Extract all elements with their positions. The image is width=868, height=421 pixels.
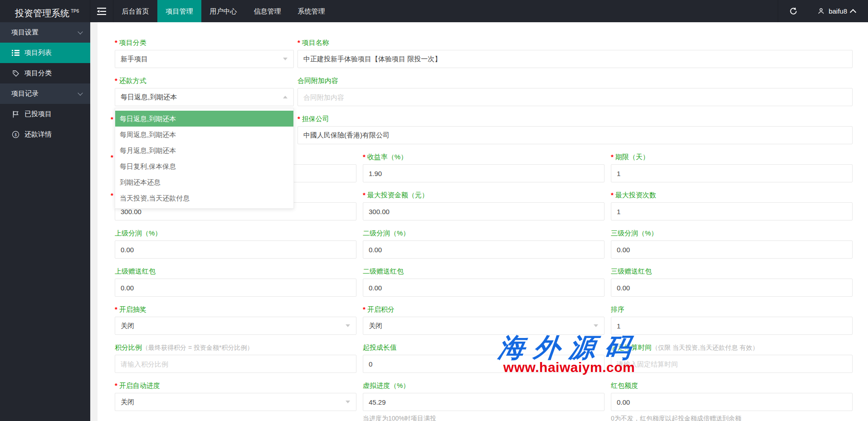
chevron-down-icon [78,29,83,34]
contract-extra-input[interactable] [297,88,853,106]
guarantee-company-input[interactable] [297,126,853,144]
field-label: 上级赠送红包 [115,267,356,276]
redpacket-level1-input[interactable] [115,279,356,297]
lottery-select[interactable]: 关闭 [115,317,356,335]
required-star [297,39,302,46]
sidebar-item-repayment-details[interactable]: $ 还款详情 [0,124,90,145]
field-max-times: 最大投资次数 [611,191,853,220]
svg-text:$: $ [15,132,17,137]
sidebar-item-project-category[interactable]: 项目分类 [0,63,90,83]
dropdown-option[interactable]: 当天投资,当天还款付息 [115,190,293,206]
max-amount-input[interactable] [363,202,605,220]
sidebar-item-label: 还款详情 [24,130,52,139]
field-label: 起投成长值 [363,343,605,352]
field-rate: 收益率（%） [363,152,605,182]
field-sort: 排序 [611,305,853,335]
profit-level1-input[interactable] [115,240,356,259]
field-redpacket-level1: 上级赠送红包 [115,267,356,297]
required-star: * [111,153,113,161]
select-value: 关闭 [369,322,382,329]
repay-method-select[interactable]: 每日返息,到期还本 [115,88,294,106]
required-star [115,39,119,46]
tab-home[interactable]: 后台首页 [113,0,157,22]
content-area: 项目分类 新手项目 项目名称 还款方式 每日返息,到期还本 合 [90,22,868,421]
points-ratio-input[interactable] [115,355,356,373]
sort-input[interactable] [611,317,853,335]
field-label: 项目分类 [115,38,294,47]
chevron-down-icon [283,58,288,60]
project-name-input[interactable] [297,50,853,68]
chevron-down-icon [346,401,350,403]
project-category-select[interactable]: 新手项目 [115,50,294,68]
profit-level3-input[interactable] [611,240,853,259]
tab-project-management[interactable]: 项目管理 [157,0,201,22]
field-redpacket-amount: 红包额度 0为不发，红包额度以起投金额成倍赠送到余额 [611,381,853,421]
dropdown-option[interactable]: 每周返息,到期还本 [115,127,293,142]
required-star [363,153,367,161]
redpacket-level3-input[interactable] [611,279,853,297]
field-profit-level1: 上级分润（%） [115,229,356,259]
field-virtual-progress: 虚拟进度（%） 当进度为100%时项目满投 [363,381,605,421]
hamburger-icon [97,8,106,15]
field-project-category: 项目分类 新手项目 [115,38,294,68]
field-label: 开启抽奖 [115,305,356,314]
dropdown-option[interactable]: 每月返息,到期还本 [115,142,293,158]
dropdown-option[interactable]: 每日复利,保本保息 [115,158,293,174]
field-project-name: 项目名称 [297,38,853,68]
tab-system[interactable]: 系统管理 [289,0,333,22]
field-label: 最大投资金额（元） [363,191,605,200]
field-points-ratio: 积分比例（最终获得积分 = 投资金额*积分比例） [115,343,356,373]
field-term: 期限（天） [611,152,853,182]
field-label: 开启积分 [363,305,605,314]
profit-level2-input[interactable] [363,240,605,259]
max-times-input[interactable] [611,202,853,220]
term-input[interactable] [611,164,853,182]
field-redpacket-level2: 二级赠送红包 [363,267,605,297]
tag-icon [11,70,20,77]
field-label: 三级分润（%） [611,229,853,238]
field-lottery: 开启抽奖 关闭 [115,305,356,335]
required-star [611,153,615,161]
required-star [115,77,119,84]
redpacket-level2-input[interactable] [363,279,605,297]
rate-input[interactable] [363,164,605,182]
fixed-settle-time-input[interactable] [611,355,853,373]
field-repay-method: 还款方式 每日返息,到期还本 [115,76,294,106]
field-label: 还款方式 [115,76,294,85]
required-star [297,115,302,122]
redpacket-amount-input[interactable] [611,393,853,411]
user-menu[interactable]: baifu8 [808,0,868,22]
sidebar-item-label: 项目列表 [24,49,52,57]
dropdown-option[interactable]: 到期还本还息 [115,174,293,190]
field-guarantee-company: 担保公司 [297,114,853,144]
tab-user-center[interactable]: 用户中心 [201,0,245,22]
select-value: 每日返息,到期还本 [121,93,177,101]
field-profit-level3: 三级分润（%） [611,229,853,259]
app-title-text: 投资管理系统 [15,8,69,18]
points-select[interactable]: 关闭 [363,317,605,335]
field-growth-value: 起投成长值 [363,343,605,373]
field-label: 开启自动进度 [115,381,356,390]
sidebar-item-project-list[interactable]: 项目列表 [0,43,90,63]
repay-method-dropdown: 每日返息,到期还本 每周返息,到期还本 每月返息,到期还本 每日复利,保本保息 … [115,108,294,209]
chevron-down-icon [78,90,83,95]
app-title-badge: TP6 [71,9,79,14]
virtual-progress-input[interactable] [363,393,605,411]
sidebar-group-project-records[interactable]: 项目记录 [0,83,90,104]
sidebar-group-project-settings[interactable]: 项目设置 [0,22,90,43]
sidebar-item-invested-projects[interactable]: 已投项目 [0,104,90,124]
field-hint: 当进度为100%时项目满投 [363,415,605,421]
field-label: 收益率（%） [363,152,605,162]
growth-value-input[interactable] [363,355,605,373]
field-label: 合同附加内容 [297,76,853,85]
dollar-circle-icon: $ [11,131,20,138]
auto-progress-select[interactable]: 关闭 [115,393,356,411]
dropdown-option[interactable]: 每日返息,到期还本 [115,111,293,127]
field-label: 担保公司 [297,114,853,123]
tab-information[interactable]: 信息管理 [245,0,289,22]
refresh-button[interactable] [778,0,808,22]
menu-toggle-icon[interactable] [90,0,113,22]
sidebar-item-label: 项目分类 [24,69,52,78]
field-points-switch: 开启积分 关闭 [363,305,605,335]
required-star: * [111,115,113,123]
